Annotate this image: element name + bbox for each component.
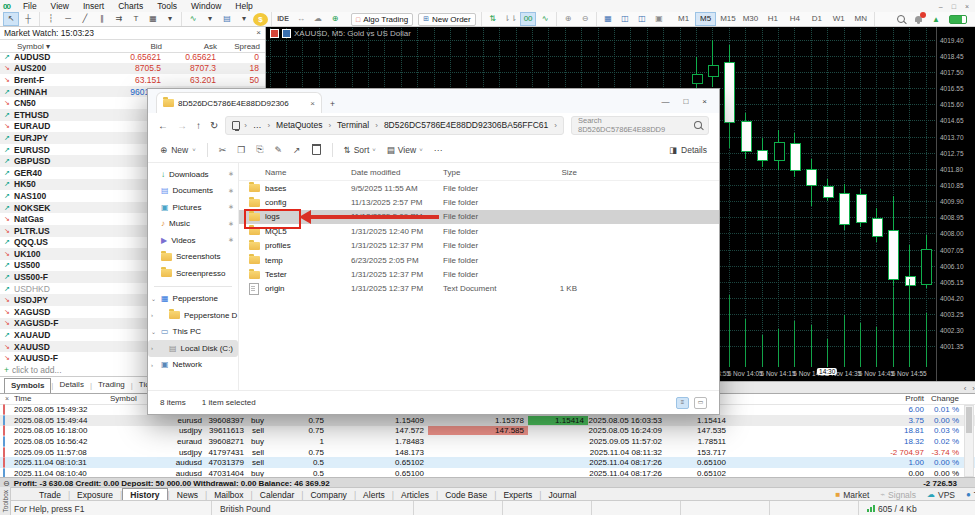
sidebar-item-music[interactable]: ♪Music∗ [148,216,238,233]
breadcrumb-segment[interactable]: MetaQuotes [274,120,324,130]
file-row-mql5[interactable]: MQL51/31/2025 12:40 PMFile folder [239,224,719,238]
tile-left-icon[interactable]: ◫ [634,12,650,26]
depth-of-market-icon[interactable] [282,29,291,38]
tab-journal[interactable]: Journal [541,489,583,501]
col-name[interactable]: Name [265,168,351,177]
sidebar-item-screenshots[interactable]: Screenshots [148,249,238,266]
back-icon[interactable]: ← [158,120,168,131]
paste-icon[interactable]: ⎘ [256,144,263,155]
list-view-toggle-icon[interactable]: ≡ [676,397,689,409]
badge-vps[interactable]: ☁VPS [927,490,955,500]
new-button[interactable]: ⊕ New ˅ [160,145,196,155]
cursor-icon[interactable]: ↖ [3,12,19,26]
file-row-profiles[interactable]: profiles1/31/2025 12:37 PMFile folder [239,239,719,253]
timeframe-m1[interactable]: M1 [673,12,694,26]
timeframe-d1[interactable]: D1 [806,12,827,26]
notifications-bell-icon[interactable] [914,15,923,24]
chevron-icon[interactable]: › [151,312,153,318]
share-icon[interactable]: ↗ [293,145,301,155]
chevron-icon[interactable]: ⌄ [151,295,156,302]
explorer-tab[interactable]: 8D526DC5786E4E88DD92306 × [156,92,322,113]
tab-code-base[interactable]: Code Base [438,489,494,501]
delete-icon[interactable] [312,144,321,155]
one-click-trading-icon[interactable] [270,29,279,38]
chevron-icon[interactable]: ⌄ [151,328,156,335]
sidebar-item-videos[interactable]: ▶Videos∗ [148,232,238,249]
candles-view-icon[interactable]: 00 [520,12,536,26]
templates-icon[interactable]: ▤ [219,12,235,26]
tab-articles[interactable]: Articles [394,489,436,501]
maximize-icon[interactable]: □ [683,97,688,106]
line-view-icon[interactable]: ∿ [537,12,553,26]
sort-button[interactable]: ⇅Sort˅ [344,145,376,155]
file-row-logs[interactable]: logs11/12/2025 5:09 PMFile folder [239,210,719,224]
channel-icon[interactable]: ∥ [94,12,110,26]
search-box[interactable]: Search 8D526DC5786E4E88DD9 [571,116,709,135]
history-row[interactable]: 2025.09.05 11:57:08usdjpy41797431sell0.7… [0,447,975,458]
breadcrumb[interactable]: ›…›MetaQuotes›Terminal›8D526DC5786E4E88D… [225,116,564,135]
equidistant-channel-icon[interactable]: ⇉ [111,12,127,26]
menu-help[interactable]: Help [228,1,259,11]
timeframe-m30[interactable]: M30 [740,12,762,26]
breadcrumb-segment[interactable]: 8D526DC5786E4E88DD92306BA56FFC61 [382,120,550,130]
breadcrumb-segment[interactable]: … [251,120,264,130]
col-size[interactable]: Size [531,168,587,177]
toolbox-close-icon[interactable]: × [0,395,14,402]
text-label-icon[interactable]: T [128,12,144,26]
market-watch-row[interactable]: ↘Brent-F63.15163.20150 [0,74,265,86]
grid-windows-icon[interactable]: ▦ [600,12,616,26]
sidebar-item-pepperstone[interactable]: ⌄▦Pepperstone [148,291,238,308]
indicators-arrow-icon[interactable]: ▾ [202,12,218,26]
timeframe-m15[interactable]: M15 [717,12,739,26]
toolbox-vertical-tab[interactable]: Toolbox [0,487,11,515]
tab-experts[interactable]: Experts [496,489,539,501]
forward-icon[interactable]: → [177,120,187,131]
scroll-left-icon[interactable]: ‹ [964,384,967,393]
sidebar-item-pictures[interactable]: ▣Pictures∗ [148,199,238,216]
community-icon[interactable]: ⊕ [327,12,343,26]
menu-charts[interactable]: Charts [111,1,150,11]
menu-tools[interactable]: Tools [150,1,184,11]
cloud-icon[interactable]: ☁ [310,12,326,26]
link-charts-icon[interactable]: ↔ [293,12,309,26]
templates-arrow-icon[interactable]: ▾ [236,12,252,26]
bars-view-icon[interactable]: ⇂⇂ [502,12,519,26]
file-row-origin[interactable]: origin1/31/2025 12:37 PMText Document1 K… [239,282,719,296]
sidebar-item-screenpresso[interactable]: Screenpresso [148,265,238,282]
timeframe-mn[interactable]: MN [850,12,871,26]
tab-alerts[interactable]: Alerts [356,489,392,501]
menu-view[interactable]: View [44,1,76,11]
shapes-icon[interactable]: ▦ [145,12,161,26]
file-row-temp[interactable]: temp6/23/2025 2:05 PMFile folder [239,253,719,267]
crosshair-icon[interactable]: ┼ [20,12,36,26]
history-row[interactable]: 2025.08.05 16:18:00usdjpy39611613sell0.7… [0,426,975,437]
more-options-icon[interactable]: ⋯ [434,145,443,155]
up-icon[interactable]: ↑ [196,120,201,131]
horizontal-line-icon[interactable]: ─ [60,12,76,26]
history-scrollbar[interactable] [964,405,974,477]
close-icon[interactable]: × [965,3,969,10]
tile-right-icon[interactable]: ◫ [617,12,633,26]
timeframe-w1[interactable]: W1 [828,12,849,26]
copy-icon[interactable]: ❐ [237,145,245,155]
view-button[interactable]: ▤View˅ [387,145,423,155]
refresh-icon[interactable]: ↻ [210,120,218,131]
close-icon[interactable]: × [702,97,707,106]
community-status-icon[interactable]: ▲ [932,15,940,24]
timeframe-h4[interactable]: H4 [784,12,805,26]
market-watch-row[interactable]: ↘AUS2008705.58707.318 [0,63,265,75]
tab-exposure[interactable]: Exposure [70,489,120,501]
col-spread[interactable]: Spread [220,42,263,51]
file-row-tester[interactable]: Tester1/31/2025 12:37 PMFile folder [239,267,719,281]
timeframe-h1[interactable]: H1 [762,12,783,26]
menu-window[interactable]: Window [184,1,228,11]
market-watch-tab-symbols[interactable]: Symbols [4,378,51,393]
shapes-arrow-icon[interactable]: ▾ [162,12,178,26]
market-watch-tab-details[interactable]: Details [53,378,89,392]
indicators-icon[interactable]: ∿ [185,12,201,26]
zoom-out-icon[interactable]: ⊖ [577,12,593,26]
tab-close-icon[interactable]: × [310,99,315,108]
maximize-icon[interactable]: □ [952,3,956,10]
search-icon[interactable] [897,15,905,23]
sidebar-item-this-pc[interactable]: ⌄▭This PC [148,324,238,341]
